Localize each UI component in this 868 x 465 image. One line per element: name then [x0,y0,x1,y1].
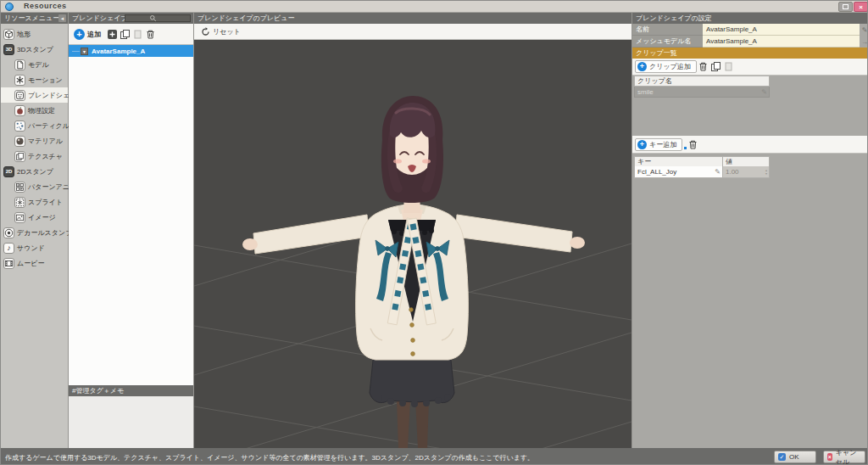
sidebar-item-texture[interactable]: テクスチャ [1,148,68,164]
blendshape-list-header: ブレンドシェイプ [69,13,193,24]
blendshape-settings-panel: ブレンドシェイプの設定 名前 AvatarSample_A ✎ メッシュモデル名… [632,13,868,448]
mesh-model-field[interactable]: AvatarSample_A [703,36,860,48]
blendshape-list: ▾ AvatarSample_A [69,45,193,385]
search-icon [149,14,157,22]
material-icon [14,136,25,147]
resource-menu-header: リソースメニュー ◂ [1,13,68,24]
viewport-3d[interactable] [194,40,632,448]
terrain-icon [3,29,14,40]
memo-area[interactable] [69,396,193,448]
sidebar-item-decal-stamp[interactable]: デカールスタンプ [1,225,68,240]
particle-icon [14,120,25,132]
sidebar-item-movie[interactable]: ムービー [1,255,68,271]
sidebar-item-pattern-anime[interactable]: パターンアニメ [1,179,68,194]
clip-list-header: クリップ一覧 [632,48,868,59]
motion-icon [14,75,25,86]
image-icon [14,212,25,223]
decal-stamp-icon [3,227,14,238]
2d-stamp-icon: 2D [3,166,14,177]
key-value-field[interactable]: 1.00 ▴ ▾ [723,166,770,178]
name-label: 名前 [632,24,703,36]
duplicate-button[interactable] [119,28,131,41]
delete-button[interactable] [144,28,157,41]
paste-clip-button-disabled[interactable] [722,60,735,73]
key-toolbar: + キー追加 [632,136,868,154]
cancel-button[interactable]: × キャンセル [823,451,865,463]
model-icon [14,59,25,70]
resource-menu-panel: リソースメニュー ◂ 地形 3D 3Dスタンプ モデル モーション [1,13,69,448]
sidebar-item-image[interactable]: イメージ [1,210,68,225]
list-item-avatarsample-a[interactable]: ▾ AvatarSample_A [69,45,193,57]
titlebar: Resources × [1,1,868,13]
window-title: Resources [24,2,67,10]
app-icon [5,3,14,11]
preview-header: ブレンドシェイプのプレビュー [194,13,632,24]
mesh-model-label: メッシュモデル名 [632,36,703,48]
maximize-icon [843,4,849,9]
sidebar-item-physics[interactable]: 物理設定 [1,103,68,118]
edit-name-icon[interactable]: ✎ [860,24,868,36]
tree-branch [72,51,80,52]
clip-toolbar: + クリップ追加 [632,59,868,76]
3d-stamp-icon: 3D [3,44,14,55]
key-name: Fcl_ALL_Joy [635,168,715,176]
delete-clip-button[interactable] [697,60,709,73]
add-key-button[interactable]: + キー追加 [635,138,682,151]
cancel-x-icon: × [827,453,832,461]
mesh-model-row: メッシュモデル名 AvatarSample_A → [632,36,868,48]
add-icon: + [637,140,647,149]
edit-clip-icon[interactable]: ✎ [761,88,767,96]
clip-column-header: クリップ名 [634,76,770,87]
collapse-sidebar-button[interactable]: ◂ [58,14,66,22]
blendshape-list-toolbar: + 追加 [69,24,193,45]
ok-check-icon: ✓ [778,453,786,461]
value-spinner[interactable]: ▴ ▾ [765,169,767,176]
ok-button[interactable]: ✓ OK [774,451,816,463]
sidebar-item-sprite[interactable]: スプライト [1,194,68,210]
sidebar-item-motion[interactable]: モーション [1,72,68,87]
add-button[interactable]: 追加 [87,30,101,39]
add-clip-button[interactable]: + クリップ追加 [635,60,697,73]
paste-button-disabled[interactable] [131,28,144,41]
sidebar-item-2d-stamp[interactable]: 2D 2Dスタンプ [1,164,68,179]
sidebar-item-blendshape[interactable]: ブレンドシェイプ [1,87,68,103]
pattern-anime-icon [14,182,25,193]
name-row: 名前 AvatarSample_A ✎ [632,24,868,36]
physics-icon [14,105,25,116]
add-icon: + [637,62,647,71]
add-icon: + [74,29,85,40]
memo-header: #管理タグ＋メモ [69,385,193,396]
sprite-icon [14,197,25,208]
avatar-3d-scene [194,40,632,448]
blendshape-icon [14,90,25,101]
resources-window: Resources × リソースメニュー ◂ 地形 3D 3Dスタンプ モデル [0,0,868,465]
movie-icon [3,258,14,269]
search-input[interactable] [125,14,191,22]
blendshape-list-panel: ブレンドシェイプ + 追加 ▾ AvatarSample_A #管理タグ＋メモ [69,13,194,448]
key-row-fcl-all-joy[interactable]: Fcl_ALL_Joy ✎ 1.00 ▴ ▾ [634,166,770,178]
sound-icon: ♪ [3,243,14,254]
sidebar-item-sound[interactable]: ♪ サウンド [1,240,68,255]
preview-panel: ブレンドシェイプのプレビュー リセット [194,13,632,448]
status-description: 作成するゲームで使用する3Dモデル、テクスチャ、スプライト、イメージ、サウンド等… [5,453,534,462]
texture-icon [14,151,25,162]
maximize-button[interactable] [838,2,853,12]
sidebar-item-3d-stamp[interactable]: 3D 3Dスタンプ [1,42,68,57]
duplicate-clip-button[interactable] [709,60,722,73]
name-field[interactable]: AvatarSample_A [703,24,860,36]
edit-key-icon[interactable]: ✎ [715,168,721,176]
sidebar-item-terrain[interactable]: 地形 [1,26,68,42]
sidebar-item-material[interactable]: マテリアル [1,133,68,148]
preview-toolbar: リセット [194,24,632,40]
statusbar: 作成するゲームで使用する3Dモデル、テクスチャ、スプライト、イメージ、サウンド等… [1,448,868,465]
delete-key-button[interactable] [687,138,699,151]
new-folder-button[interactable] [106,28,119,41]
clip-row-smile[interactable]: smile ✎ [634,87,770,98]
sidebar-item-particle[interactable]: パーティクル [1,118,68,133]
reset-button[interactable]: リセット [201,27,241,36]
sidebar-item-model[interactable]: モデル [1,57,68,72]
close-button[interactable]: × [854,2,868,12]
expander-icon[interactable]: ▾ [81,48,88,55]
mesh-model-link-icon[interactable]: → [860,36,868,48]
settings-header: ブレンドシェイプの設定 [632,13,868,24]
